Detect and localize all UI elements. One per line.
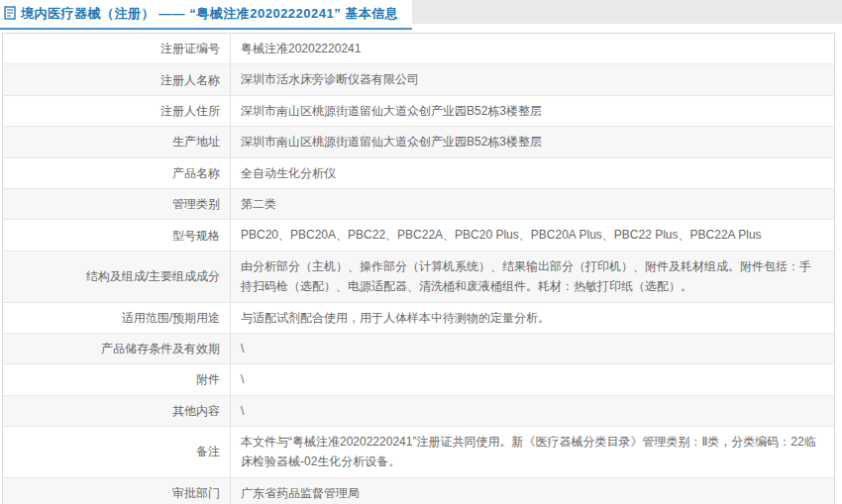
- row-label: 产品储存条件及有效期: [3, 333, 231, 363]
- row-value-text: 全自动生化分析仪: [241, 166, 336, 180]
- row-value: 与适配试剂配合使用，用于人体样本中待测物的定量分析。: [231, 302, 835, 333]
- row-value-text: \: [241, 404, 244, 418]
- row-label-text: 附件: [196, 370, 220, 388]
- row-value-text: 广东省药品监督管理局: [241, 486, 360, 500]
- row-value: 深圳市活水床旁诊断仪器有限公司: [231, 64, 835, 95]
- table-row: 审批部门广东省药品监督管理局: [3, 477, 835, 504]
- tabbar-filler: [412, 0, 842, 24]
- row-label-text: 管理类别: [172, 195, 220, 213]
- row-value-text: 深圳市南山区桃源街道留仙大道众创产业园B52栋3楼整层: [241, 135, 542, 149]
- row-value-text: \: [241, 372, 244, 386]
- row-value: 第二类: [231, 188, 835, 219]
- table-row: 产品储存条件及有效期\: [3, 333, 835, 363]
- table-row: 产品名称全自动生化分析仪: [3, 157, 835, 188]
- row-value-text: PBC20、PBC20A、PBC22、PBC22A、PBC20 Plus、PBC…: [241, 228, 762, 242]
- row-value-text: 深圳市活水床旁诊断仪器有限公司: [241, 72, 419, 86]
- page-title: 境内医疗器械（注册） —— “粤械注准20202220241” 基本信息: [21, 5, 398, 23]
- row-value: 广东省药品监督管理局: [231, 477, 835, 504]
- table-row: 附件\: [3, 364, 835, 395]
- row-label: 注册人名称: [3, 64, 231, 95]
- table-row: 注册人住所深圳市南山区桃源街道留仙大道众创产业园B52栋3楼整层: [3, 95, 835, 126]
- row-value-text: 本文件与“粤械注准20202220241”注册证共同使用。新《医疗器械分类目录》…: [241, 435, 816, 468]
- row-value: 深圳市南山区桃源街道留仙大道众创产业园B52栋3楼整层: [231, 127, 835, 157]
- row-value-text: 由分析部分（主机）、操作部分（计算机系统）、结果输出部分（打印机）、附件及耗材组…: [241, 259, 811, 293]
- row-label-text: 注册人名称: [160, 71, 220, 89]
- row-label-text: 注册人住所: [160, 102, 220, 120]
- row-value-text: 第二类: [241, 197, 276, 211]
- row-label: 注册证编号: [3, 34, 231, 64]
- row-value: 全自动生化分析仪: [231, 157, 835, 188]
- row-label: 审批部门: [3, 477, 231, 504]
- table-row: 型号规格PBC20、PBC20A、PBC22、PBC22A、PBC20 Plus…: [3, 220, 835, 251]
- row-label-text: 其他内容: [172, 402, 220, 420]
- row-value: \: [231, 333, 835, 363]
- row-label: 结构及组成/主要组成成分: [3, 251, 231, 302]
- row-label: 适用范围/预期用途: [3, 302, 231, 333]
- row-label-text: 审批部门: [172, 484, 220, 502]
- row-label-text: 产品储存条件及有效期: [101, 340, 220, 357]
- header-tabbar: 境内医疗器械（注册） —— “粤械注准20202220241” 基本信息: [0, 0, 842, 30]
- row-label: 生产地址: [3, 127, 231, 157]
- row-label-text: 结构及组成/主要组成成分: [86, 267, 220, 285]
- table-row: 结构及组成/主要组成成分由分析部分（主机）、操作部分（计算机系统）、结果输出部分…: [3, 251, 835, 302]
- row-label-text: 备注: [196, 443, 220, 460]
- row-label-text: 注册证编号: [160, 40, 220, 57]
- table-row: 适用范围/预期用途与适配试剂配合使用，用于人体样本中待测物的定量分析。: [3, 302, 835, 333]
- table-row: 注册证编号粤械注准20202220241: [3, 34, 835, 64]
- row-label: 其他内容: [3, 395, 231, 426]
- row-label-text: 型号规格: [172, 227, 220, 245]
- row-label: 产品名称: [3, 157, 231, 188]
- row-label-text: 产品名称: [172, 164, 220, 182]
- row-value-text: 深圳市南山区桃源街道留仙大道众创产业园B52栋3楼整层: [241, 104, 542, 118]
- row-value: 由分析部分（主机）、操作部分（计算机系统）、结果输出部分（打印机）、附件及耗材组…: [231, 251, 835, 302]
- row-label: 注册人住所: [3, 95, 231, 126]
- row-label: 型号规格: [3, 220, 231, 251]
- row-value-text: 与适配试剂配合使用，用于人体样本中待测物的定量分析。: [241, 311, 550, 325]
- row-value: \: [231, 364, 835, 395]
- row-value: 深圳市南山区桃源街道留仙大道众创产业园B52栋3楼整层: [231, 95, 835, 126]
- row-label-text: 生产地址: [172, 133, 220, 151]
- table-row: 管理类别第二类: [3, 188, 835, 219]
- registration-info-panel: 注册证编号粤械注准20202220241注册人名称深圳市活水床旁诊断仪器有限公司…: [2, 33, 835, 504]
- row-value: 本文件与“粤械注准20202220241”注册证共同使用。新《医疗器械分类目录》…: [231, 427, 835, 478]
- tab-basic-info[interactable]: 境内医疗器械（注册） —— “粤械注准20202220241” 基本信息: [0, 0, 412, 30]
- row-value-text: \: [241, 342, 244, 355]
- document-icon: [4, 6, 16, 24]
- table-row: 其他内容\: [3, 395, 835, 426]
- row-label-text: 适用范围/预期用途: [122, 309, 220, 327]
- table-row: 生产地址深圳市南山区桃源街道留仙大道众创产业园B52栋3楼整层: [3, 127, 835, 157]
- row-value: \: [231, 395, 835, 426]
- row-value-text: 粤械注准20202220241: [241, 42, 361, 55]
- table-row: 备注本文件与“粤械注准20202220241”注册证共同使用。新《医疗器械分类目…: [3, 427, 835, 478]
- row-label: 附件: [3, 364, 231, 395]
- registration-info-table: 注册证编号粤械注准20202220241注册人名称深圳市活水床旁诊断仪器有限公司…: [2, 33, 835, 504]
- row-label: 备注: [3, 427, 231, 478]
- row-value: PBC20、PBC20A、PBC22、PBC22A、PBC20 Plus、PBC…: [231, 220, 835, 251]
- row-value: 粤械注准20202220241: [231, 34, 835, 64]
- table-row: 注册人名称深圳市活水床旁诊断仪器有限公司: [3, 64, 835, 95]
- row-label: 管理类别: [3, 188, 231, 219]
